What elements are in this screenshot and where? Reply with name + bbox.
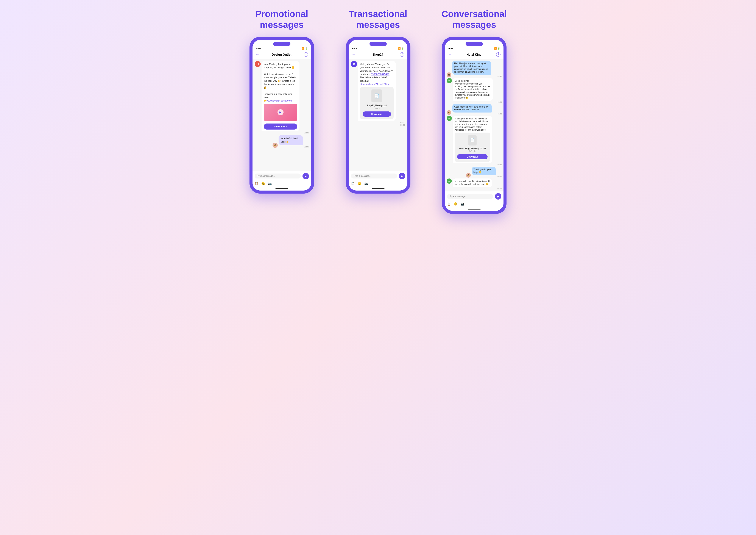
user-avatar-conv-1: 👩 xyxy=(446,72,451,77)
send-button-promo[interactable]: ▶ xyxy=(303,173,309,179)
send-button-conv[interactable]: ▶ xyxy=(495,193,501,200)
chat-title-conv: Hotel King xyxy=(467,53,481,56)
delivery-number: 59000708945423 xyxy=(371,73,390,75)
hotel-agent-icon-1: H. xyxy=(446,78,452,83)
pdf-attachment-trans: 📄 Shop24_Receipt.pdf 244 KB Download xyxy=(360,87,393,119)
download-button-conv[interactable]: Download xyxy=(457,154,487,159)
pdf-icon-conv: 📄 xyxy=(468,135,476,146)
learn-more-button[interactable]: Learn more xyxy=(264,124,297,129)
conversational-phone: 9:52 📶 🔋 ← Hotel King i Hello! I've j xyxy=(442,37,506,214)
back-icon-trans[interactable]: ← xyxy=(352,52,356,57)
msg-time-conv-4: 09:51 xyxy=(453,164,502,166)
promotional-title: Promotional messages xyxy=(255,9,308,30)
chat-header-promotional: ← Design Outlet i xyxy=(253,51,311,59)
emoji-icon[interactable]: 😊 xyxy=(261,182,265,185)
sender-icon-shop24: 24 xyxy=(351,61,357,67)
msg-time-trans-1: 09:30 xyxy=(358,121,405,124)
msg-row-conv-3: Good morning! Yes, sure, here's my numbe… xyxy=(446,104,502,115)
msg-text-promo-1: Hey, Marion, thank you for shopping at D… xyxy=(264,63,296,102)
camera-icon[interactable]: 📷 xyxy=(268,182,272,185)
info-icon-promotional[interactable]: i xyxy=(304,52,308,57)
chat-input-promo[interactable] xyxy=(255,174,301,179)
msg-row-conv-1: Hello! I've just made a booking at your … xyxy=(446,61,502,77)
chat-toolbar-promo: 📋 😊 📷 xyxy=(253,181,311,187)
status-time-conv: 9:52 xyxy=(448,47,453,50)
transactional-phone: 9:49 📶 🔋 ← Shop24 i 24 xyxy=(346,37,410,194)
msg-bubble-conv-1: Hello! I've just made a booking at your … xyxy=(452,61,491,75)
chat-toolbar-trans: 📋 😊 📷 xyxy=(349,181,407,187)
msg-bubble-trans-1: Hello, Marion! Thank you for your order.… xyxy=(358,61,396,121)
chat-body-trans: 24 Hello, Marion! Thank you for your ord… xyxy=(349,59,407,171)
user-avatar-conv-3: 👩 xyxy=(466,173,471,178)
back-icon-conv[interactable]: ← xyxy=(448,52,452,57)
msg-row-trans-1: 24 Hello, Marion! Thank you for your ord… xyxy=(351,61,405,126)
attachment-icon-conv[interactable]: 📋 xyxy=(447,202,451,206)
emoji-icon-conv[interactable]: 😊 xyxy=(454,202,457,206)
info-icon-conv[interactable]: i xyxy=(496,52,500,57)
msg-text-promo-2: Wonderful, thank you 🙌 xyxy=(281,137,299,143)
msg-row-conv-5: Thank you for your help! 😊 09:52 👩 xyxy=(446,167,502,178)
chat-body-conv: Hello! I've just made a booking at your … xyxy=(445,59,503,191)
chat-header-conv: ← Hotel King i xyxy=(445,51,503,59)
msg-bubble-promo-1: Hey, Marion, thank you for shopping at D… xyxy=(261,61,300,131)
msg-bubble-conv-5: Thank you for your help! 😊 xyxy=(472,167,496,175)
msg-row-conv-6: H. You are welcome. Do let me know if I … xyxy=(446,179,502,189)
chat-input-conv[interactable] xyxy=(447,194,493,199)
chat-title-trans: Shop24 xyxy=(372,53,383,56)
chat-input-bar-promo: ▶ xyxy=(253,171,311,181)
pdf-info-trans: Shop24_Receipt.pdf 244 KB xyxy=(366,104,387,110)
attachment-icon-trans[interactable]: 📋 xyxy=(351,182,355,185)
play-button[interactable]: ▶ xyxy=(278,109,284,115)
camera-icon-trans[interactable]: 📷 xyxy=(364,182,368,185)
transactional-section: Transactional messages 9:49 📶 🔋 ← Shop24… xyxy=(334,9,422,194)
msg-time-trans-2: 09:31 xyxy=(358,124,405,126)
msg-bubble-conv-4: Thank you, Sirena! Yes, I see that you d… xyxy=(453,116,492,164)
conversational-title: Conversational messages xyxy=(442,9,507,30)
chat-title-promotional: Design Outlet xyxy=(272,53,291,56)
transactional-title: Transactional messages xyxy=(349,9,407,30)
user-avatar-conv-2: 👩 xyxy=(446,110,451,115)
promotional-phone: 9:50 📶 🔋 ← Design Outlet i O xyxy=(250,37,314,194)
msg-bubble-promo-2: Wonderful, thank you 🙌 xyxy=(279,135,303,145)
pdf-info-conv: Hotel King_Booking #1256 347 KB xyxy=(459,147,486,153)
msg-bubble-conv-6: You are welcome. Do let me know if I can… xyxy=(453,179,492,187)
camera-icon-conv[interactable]: 📷 xyxy=(460,202,464,206)
msg-time-conv-2: 09:48 xyxy=(453,101,502,103)
download-button-trans[interactable]: Download xyxy=(363,111,391,117)
user-avatar-promo: 👩 xyxy=(273,143,278,148)
pdf-size-conv: 347 KB xyxy=(459,150,486,153)
hotel-agent-icon-2: H. xyxy=(446,116,452,121)
battery-icon: 🔋 xyxy=(305,47,308,49)
msg-text-trans-1: Hello, Marion! Thank you for your order.… xyxy=(360,63,393,85)
back-icon[interactable]: ← xyxy=(256,52,259,57)
pdf-icon-trans: 📄 xyxy=(371,90,382,102)
chat-body-promotional: O Hey, Marion, thank you for shopping at… xyxy=(253,59,311,171)
msg-row-promo-2: Wonderful, thank you 🙌 09:49 👩 xyxy=(255,135,309,148)
msg-row-conv-2: H. Good morning!We can certainly check i… xyxy=(446,78,502,103)
msg-time-conv-1: 09:48 xyxy=(452,75,502,77)
chat-input-trans[interactable] xyxy=(351,174,397,179)
promo-video-image[interactable]: ▶ xyxy=(264,104,297,121)
attachment-icon[interactable]: 📋 xyxy=(255,182,258,185)
hotel-agent-icon-3: H. xyxy=(446,179,452,183)
info-icon-trans[interactable]: i xyxy=(400,52,404,57)
track-link[interactable]: https://url.shop24.np/h7i31x xyxy=(360,83,389,85)
msg-bubble-conv-3: Good morning! Yes, sure, here's my numbe… xyxy=(452,104,492,113)
battery-icon-trans: 🔋 xyxy=(401,47,404,49)
sender-icon-design-outlet: O xyxy=(255,61,261,67)
pdf-name-conv: Hotel King_Booking #1256 xyxy=(459,147,486,150)
msg-time-conv-3: 09:49 xyxy=(452,113,502,115)
wifi-icon-conv: 📶 xyxy=(494,47,497,49)
msg-time-promo-2: 09:49 xyxy=(279,146,309,148)
send-button-trans[interactable]: ▶ xyxy=(399,173,405,179)
battery-icon-conv: 🔋 xyxy=(498,47,500,49)
chat-header-trans: ← Shop24 i xyxy=(349,51,407,59)
msg-row-promo-1: O Hey, Marion, thank you for shopping at… xyxy=(255,61,309,134)
msg-time-promo-1: 09:48 xyxy=(261,132,309,134)
pdf-attachment-conv: 📄 Hotel King_Booking #1256 347 KB Downlo… xyxy=(455,132,490,162)
emoji-icon-trans[interactable]: 😊 xyxy=(358,182,361,185)
conversational-section: Conversational messages 9:52 📶 🔋 ← Hotel… xyxy=(430,9,518,214)
msg-bubble-conv-2: Good morning!We can certainly check if y… xyxy=(453,78,493,101)
promo-link[interactable]: www.design-outlet.com xyxy=(267,99,292,102)
status-time: 9:50 xyxy=(256,47,261,50)
